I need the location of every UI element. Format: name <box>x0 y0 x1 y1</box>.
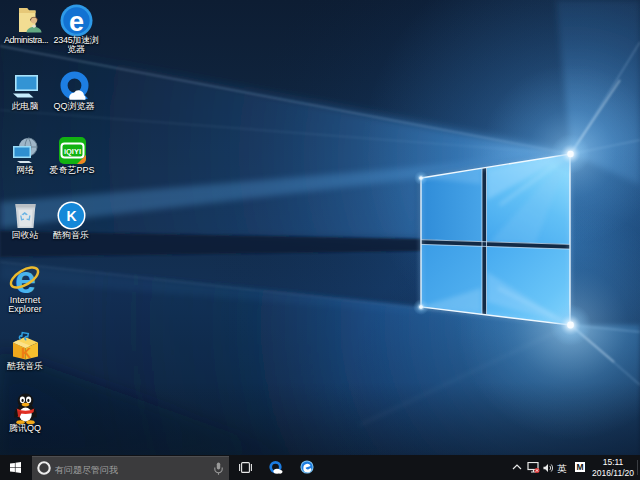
svg-text:iQIYI: iQIYI <box>63 147 80 156</box>
svg-text:e: e <box>68 7 83 37</box>
svg-text:K: K <box>20 345 30 361</box>
svg-text:K: K <box>66 208 76 224</box>
